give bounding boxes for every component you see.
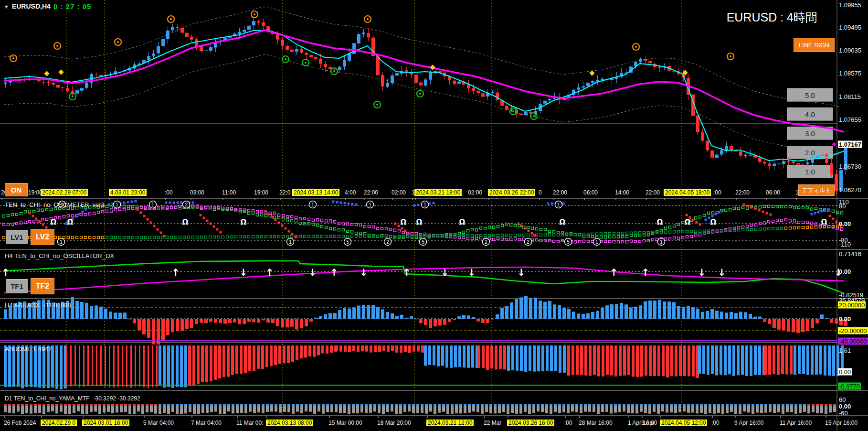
lv1-button[interactable]: LV1 [6,230,28,244]
indicator-scale-label: -0.9770 [838,383,861,390]
indicator-scale-label: 0.00 [839,268,851,275]
indicator-scale-label: -60 [839,409,848,417]
sw3-value: -11.81898 [43,302,71,309]
dropdown-icon[interactable]: ▼ [4,4,9,10]
indicator-scale-label: 20.00000 [838,302,866,309]
sw1-title-text: TEN_to_CHI_no_OSCMETER_ver3 [5,201,105,208]
line-sign-button[interactable]: LINE SIGN [794,38,835,52]
sw2-title-text: H4 TEN_to_CHI_no_OSCILLATOR_DX [5,252,114,259]
current-price-label: 1.07167 [838,141,862,148]
price-tick-label: 1.08115 [839,93,861,100]
price-tick-label: 1.09955 [839,1,861,9]
sw3-title: H4 ABUADX-11.81898 [5,302,71,309]
sw3-title-text: H4 ABUADX [5,302,40,309]
indicator-scale-label: -110 [839,241,851,248]
sw4-value: 1.4942 [33,345,52,353]
sw2-title: H4 TEN_to_CHI_no_OSCILLATOR_DX [5,252,114,259]
sw5-title: D1 TEN_to_CHI_no_YAMA_MTF-30.3292 -30.32… [5,395,140,402]
price-tick-label: 1.08575 [839,70,861,77]
tf1-button[interactable]: TF1 [6,279,28,293]
sw4-title-text: ABUDMI [5,345,29,353]
indicator-scale-label: 80 [839,203,846,210]
countdown-timer: 0 : 27 : 05 [53,2,91,11]
sw5-title-text: D1 TEN_to_CHI_no_YAMA_MTF [5,395,90,402]
symbol-title: ▼EURUSD,H4 [4,2,51,10]
indicator-scale-label: 60 [839,396,846,403]
symbol-label: EURUSD,H4 [12,2,51,10]
indicator-scale-label: -20.00000 [838,327,868,334]
on-button[interactable]: ON [5,183,28,196]
price-scale: 1.099551.094951.090351.085751.081151.076… [0,0,868,431]
price-tick-label: 1.06730 [839,163,861,170]
price-tick-label: 1.07655 [839,116,861,123]
indicator-scale-label: 0.00 [838,368,852,376]
indicator-scale-label: 0.00 [839,315,851,323]
chart-watermark: EURUSD : 4時間 [727,10,817,25]
mt4-chart-window: デフォルト 2024/2/26 19:002024.02.29 07:004.0… [0,0,868,431]
price-tick-label: 1.09495 [839,24,861,31]
indicator-scale-label: -40.00000 [838,338,868,345]
price-tick-label: 1.06270 [839,186,861,194]
sw5-value: -30.3292 -30.3292 [94,395,140,402]
indicator-scale-label: 0.71416 [839,250,861,258]
tf2-button[interactable]: TF2 [31,278,54,294]
indicator-scale-label: 1.61 [839,347,851,354]
sw4-title: ABUDMI1.4942 [5,345,52,353]
indicator-scale-label: 0.00 [839,220,851,227]
lv2-button[interactable]: LV2 [31,229,54,245]
price-tick-label: 1.09035 [839,47,861,54]
indicator-scale-label: 0.00 [839,403,851,410]
sw1-title: TEN_to_CHI_no_OSCMETER_ver3 [5,201,105,208]
